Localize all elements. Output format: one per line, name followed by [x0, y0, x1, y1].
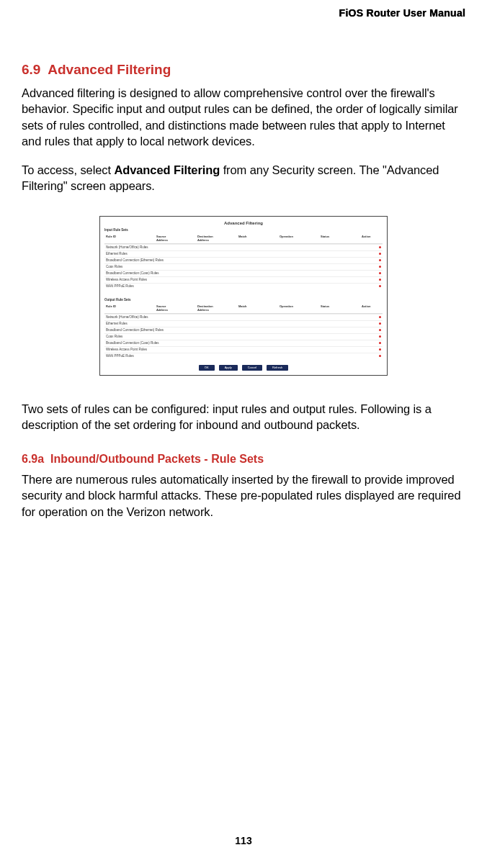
- ok-button: OK: [199, 365, 215, 371]
- ss-output-row: WAN PPPoE Rules: [104, 353, 383, 359]
- ss-output-row: Wireless Access Point Rules: [104, 346, 383, 353]
- ss-input-row: Wireless Access Point Rules: [104, 276, 383, 283]
- ss-input-row: Broadband Connection (Coax) Rules: [104, 270, 383, 276]
- add-icon: [379, 272, 381, 274]
- add-icon: [379, 316, 381, 318]
- ss-input-row: Coax Rules: [104, 263, 383, 270]
- add-icon: [379, 348, 381, 351]
- add-icon: [379, 259, 381, 261]
- ss-output-row: Network (Home/Office) Rules: [104, 314, 383, 320]
- add-icon: [379, 246, 381, 248]
- ss-input-row: Ethernet Rules: [104, 250, 383, 257]
- ss-input-heading: Input Rule Sets: [104, 228, 383, 232]
- cancel-button: Cancel: [242, 365, 262, 371]
- subsection-body: There are numerous rules automatically i…: [22, 471, 465, 520]
- after-image-text: Two sets of rules can be configured: inp…: [22, 401, 465, 433]
- add-icon: [379, 266, 381, 268]
- page-number: 113: [0, 835, 487, 846]
- ss-output-heading: Output Rule Sets: [104, 298, 383, 302]
- add-icon: [379, 355, 381, 357]
- section-title: Advanced Filtering: [48, 62, 171, 77]
- advanced-filtering-screenshot: Advanced Filtering Input Rule Sets Rule …: [99, 216, 388, 376]
- subsection-title: Inbound/Outbound Packets - Rule Sets: [50, 453, 264, 465]
- section-number: 6.9: [22, 62, 40, 77]
- add-icon: [379, 285, 381, 287]
- access-pre: To access, select: [22, 163, 114, 176]
- ss-output-columns: Rule ID Source Address Destination Addre…: [104, 303, 383, 314]
- ss-button-row: OK Apply Cancel Refresh: [104, 365, 383, 371]
- ss-input-columns: Rule ID Source Address Destination Addre…: [104, 233, 383, 244]
- add-icon: [379, 342, 381, 344]
- add-icon: [379, 322, 381, 325]
- add-icon: [379, 329, 381, 331]
- section-heading: 6.9 Advanced Filtering: [22, 62, 465, 78]
- ss-output-row: Ethernet Rules: [104, 320, 383, 327]
- section-access: To access, select Advanced Filtering fro…: [22, 162, 465, 194]
- section-intro: Advanced filtering is designed to allow …: [22, 85, 465, 149]
- ss-output-row: Broadband Connection (Ethernet) Rules: [104, 327, 383, 333]
- add-icon: [379, 279, 381, 281]
- refresh-button: Refresh: [267, 365, 288, 371]
- apply-button: Apply: [219, 365, 238, 371]
- ss-output-row: Coax Rules: [104, 333, 383, 340]
- ss-input-row: WAN PPPoE Rules: [104, 283, 383, 289]
- add-icon: [379, 335, 381, 338]
- document-header: FiOS Router User Manual: [22, 7, 465, 19]
- ss-title: Advanced Filtering: [104, 221, 383, 225]
- ss-input-row: Broadband Connection (Ethernet) Rules: [104, 257, 383, 263]
- subsection-heading: 6.9a Inbound/Outbound Packets - Rule Set…: [22, 453, 465, 466]
- ss-input-row: Network (Home/Office) Rules: [104, 244, 383, 250]
- ss-output-row: Broadband Connection (Coax) Rules: [104, 340, 383, 346]
- add-icon: [379, 253, 381, 255]
- screenshot-figure: Advanced Filtering Input Rule Sets Rule …: [22, 216, 465, 376]
- access-bold: Advanced Filtering: [114, 163, 220, 176]
- subsection-number: 6.9a: [22, 453, 44, 465]
